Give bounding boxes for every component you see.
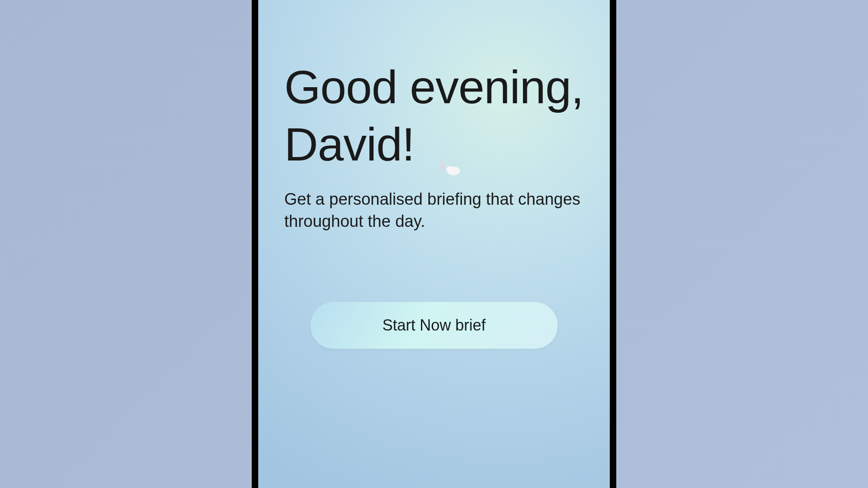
moon-night-icon — [434, 133, 464, 157]
greeting-subtitle: Get a personalised briefing that changes… — [284, 188, 584, 233]
svg-point-1 — [446, 166, 453, 173]
start-now-brief-button[interactable]: Start Now brief — [310, 302, 558, 349]
greeting-heading: Good evening, David! — [284, 59, 584, 173]
phone-frame: Good evening, David! Get a personalised … — [252, 0, 616, 488]
button-container: Start Now brief — [284, 302, 584, 349]
phone-screen: Good evening, David! Get a personalised … — [258, 0, 610, 488]
